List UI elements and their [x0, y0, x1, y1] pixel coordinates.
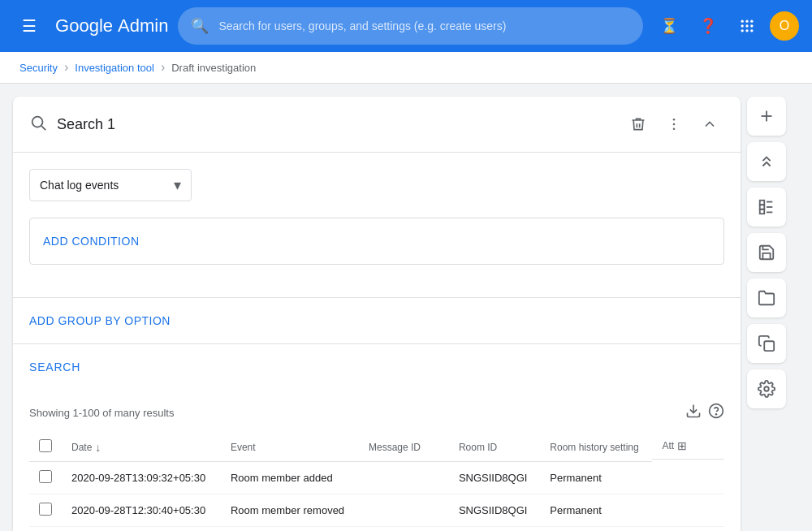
svg-point-4	[745, 24, 748, 27]
add-condition-container: ADD CONDITION	[29, 218, 724, 265]
svg-point-0	[741, 20, 744, 23]
svg-line-10	[41, 126, 45, 130]
svg-point-12	[673, 123, 676, 126]
hourglass-icon-btn[interactable]: ⏳	[653, 10, 685, 42]
cell-att-2	[652, 527, 724, 532]
chevron-down-icon: ▾	[174, 176, 181, 194]
search-header-icons	[624, 110, 724, 139]
svg-point-13	[673, 128, 676, 131]
delete-search-button[interactable]	[624, 110, 653, 139]
results-header: Showing 1-100 of many results	[29, 403, 724, 423]
row-checkbox-1[interactable]	[39, 503, 52, 516]
cell-message-id-2	[359, 527, 449, 532]
hamburger-menu[interactable]: ☰	[13, 10, 45, 42]
date-column-header[interactable]: Date ↓	[62, 433, 221, 462]
att-column-header: Att ⊞	[652, 433, 724, 460]
cell-message-id-0	[359, 462, 449, 494]
cell-room-id-2: SNGSIID8QGI	[449, 527, 540, 532]
row-checkbox-0[interactable]	[39, 470, 52, 483]
expand-att-icon[interactable]: ⊞	[677, 439, 687, 452]
search-title: Search 1	[57, 116, 614, 133]
event-type-label: Chat log events	[40, 179, 167, 192]
cell-date-0: 2020-09-28T13:09:32+05:30	[62, 462, 221, 494]
svg-point-3	[741, 24, 744, 27]
results-section: Showing 1-100 of many results	[13, 390, 741, 531]
room-id-column-header: Room ID	[449, 433, 540, 462]
cell-room-id-0: SNGSIID8QGI	[449, 462, 540, 494]
select-all-checkbox[interactable]	[39, 439, 52, 452]
cell-date-2: 2020-09-28T12:29:52+05:30	[62, 527, 221, 532]
svg-point-26	[764, 386, 769, 391]
event-type-dropdown-container: Chat log events ▾	[29, 169, 724, 201]
cell-room-id-1: SNGSIID8QGI	[449, 494, 540, 527]
help-results-button[interactable]	[708, 403, 724, 423]
event-type-dropdown[interactable]: Chat log events ▾	[29, 169, 192, 201]
search-action-section: SEARCH	[13, 343, 741, 390]
select-all-header	[29, 433, 62, 462]
table-row: 2020-09-28T12:30:40+05:30 Room member re…	[29, 494, 724, 527]
cell-att-0	[652, 462, 724, 494]
save-button[interactable]	[747, 233, 786, 272]
search-card-icon	[29, 114, 47, 136]
move-up-button[interactable]	[747, 142, 786, 181]
logo: Google Admin	[55, 15, 168, 37]
results-table: Date ↓ Event Message ID Room ID Room his…	[29, 433, 724, 531]
search-body: Chat log events ▾ ADD CONDITION	[13, 153, 741, 297]
svg-point-8	[750, 29, 753, 32]
room-history-column-header: Room history setting	[540, 433, 652, 462]
search-icon: 🔍	[191, 17, 209, 35]
cell-message-id-1	[359, 494, 449, 527]
table-row: 2020-09-28T12:29:52+05:30 Room member ad…	[29, 527, 724, 532]
results-count: Showing 1-100 of many results	[29, 407, 174, 419]
nav-icons: ⏳ ❓ O	[653, 10, 799, 42]
search-header: Search 1	[13, 97, 741, 153]
svg-point-5	[750, 24, 753, 27]
svg-point-7	[745, 29, 748, 32]
add-search-button[interactable]	[747, 97, 786, 136]
global-search-bar: 🔍	[178, 7, 643, 45]
bulk-actions-button[interactable]	[747, 188, 786, 227]
svg-point-1	[745, 20, 748, 23]
svg-rect-25	[764, 341, 774, 351]
global-search-input[interactable]	[218, 19, 630, 32]
admin-label: Admin	[118, 15, 168, 37]
results-icons	[685, 403, 724, 423]
breadcrumb-current: Draft investigation	[171, 62, 256, 74]
top-nav: ☰ Google Admin 🔍 ⏳ ❓ O	[0, 0, 812, 52]
more-options-button[interactable]	[659, 110, 689, 139]
main-content: Search 1 Chat log events ▾	[0, 84, 812, 531]
table-header-row: Date ↓ Event Message ID Room ID Room his…	[29, 433, 724, 462]
add-group-by-button[interactable]: ADD GROUP BY OPTION	[29, 314, 171, 327]
breadcrumb: Security › Investigation tool › Draft in…	[0, 52, 812, 84]
svg-point-9	[32, 116, 43, 127]
search-card: Search 1 Chat log events ▾	[13, 97, 741, 531]
collapse-button[interactable]	[695, 110, 724, 139]
add-group-section: ADD GROUP BY OPTION	[13, 297, 741, 327]
cell-room-history-1: Permanent	[540, 494, 652, 527]
svg-point-6	[741, 29, 744, 32]
open-folder-button[interactable]	[747, 278, 786, 317]
svg-point-11	[673, 119, 676, 121]
cell-room-history-0: Permanent	[540, 462, 652, 494]
message-id-column-header: Message ID	[359, 433, 449, 462]
sort-arrow-icon: ↓	[95, 441, 101, 454]
settings-button[interactable]	[747, 369, 786, 408]
cell-event-0: Room member added	[221, 462, 359, 494]
grid-icon-btn[interactable]	[731, 10, 763, 42]
event-column-header: Event	[221, 433, 359, 462]
help-icon-btn[interactable]: ❓	[692, 10, 724, 42]
avatar[interactable]: O	[770, 11, 799, 41]
breadcrumb-security[interactable]: Security	[19, 62, 58, 74]
search-button[interactable]: SEARCH	[29, 360, 80, 373]
breadcrumb-investigation-tool[interactable]: Investigation tool	[75, 62, 154, 74]
copy-button[interactable]	[747, 324, 786, 363]
right-sidebar	[747, 97, 799, 531]
cell-att-1	[652, 494, 724, 527]
cell-room-history-2: Permanent	[540, 527, 652, 532]
download-results-button[interactable]	[685, 403, 702, 423]
svg-point-2	[750, 20, 753, 23]
table-row: 2020-09-28T13:09:32+05:30 Room member ad…	[29, 462, 724, 494]
add-condition-button[interactable]: ADD CONDITION	[43, 231, 140, 251]
cell-date-1: 2020-09-28T12:30:40+05:30	[62, 494, 221, 527]
cell-event-1: Room member removed	[221, 494, 359, 527]
